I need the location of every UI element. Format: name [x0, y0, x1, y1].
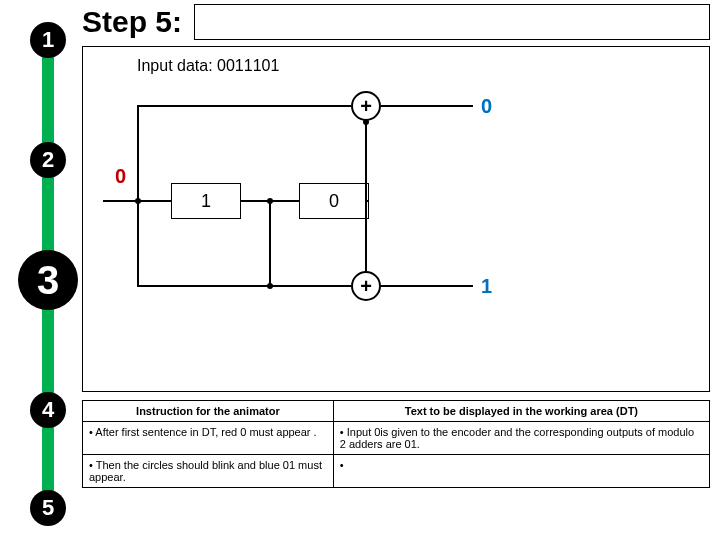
cell-right-0: Input 0is given to the encoder and the c… [333, 422, 709, 455]
table-header-left: Instruction for the animator [83, 401, 334, 422]
step-circle-4[interactable]: 4 [30, 392, 66, 428]
title-input-box [194, 4, 710, 40]
wire [137, 105, 139, 201]
wire [269, 201, 271, 286]
junction-dot [267, 198, 273, 204]
title-row: Step 5: [82, 4, 710, 40]
wire [365, 181, 367, 219]
adder-bottom: + [351, 271, 381, 301]
wire [137, 201, 139, 286]
wire [365, 219, 367, 273]
wire [367, 200, 368, 202]
register-1-value: 1 [201, 191, 211, 212]
cell-left-0: After first sentence in DT, red 0 must a… [83, 422, 334, 455]
register-1: 1 [171, 183, 241, 219]
main-content: Step 5: Input data: 0011101 0 + + 1 0 0 … [82, 4, 710, 488]
register-2: 0 [299, 183, 369, 219]
step-title: Step 5: [82, 5, 182, 39]
table-row: Then the circles should blink and blue 0… [83, 455, 710, 488]
wire [137, 105, 351, 107]
input-data-label: Input data: 0011101 [137, 57, 279, 75]
cell-left-1: Then the circles should blink and blue 0… [83, 455, 334, 488]
encoder-diagram: Input data: 0011101 0 + + 1 0 0 1 [82, 46, 710, 392]
table-header-right: Text to be displayed in the working area… [333, 401, 709, 422]
step-circle-1[interactable]: 1 [30, 22, 66, 58]
instruction-table: Instruction for the animator Text to be … [82, 400, 710, 488]
wire [381, 105, 473, 107]
output-top: 0 [481, 95, 492, 118]
table-row: After first sentence in DT, red 0 must a… [83, 422, 710, 455]
cell-right-1 [333, 455, 709, 488]
adder-bottom-symbol: + [360, 275, 372, 298]
stepper: 12345 [20, 12, 76, 522]
register-2-value: 0 [329, 191, 339, 212]
junction-dot [363, 119, 369, 125]
wire [137, 285, 351, 287]
input-bit: 0 [115, 165, 126, 188]
junction-dot [267, 283, 273, 289]
step-circle-3[interactable]: 3 [18, 250, 78, 310]
step-circle-2[interactable]: 2 [30, 142, 66, 178]
step-circle-5[interactable]: 5 [30, 490, 66, 526]
adder-top-symbol: + [360, 95, 372, 118]
adder-top: + [351, 91, 381, 121]
wire [381, 285, 473, 287]
junction-dot [135, 198, 141, 204]
output-bottom: 1 [481, 275, 492, 298]
wire [365, 119, 367, 183]
